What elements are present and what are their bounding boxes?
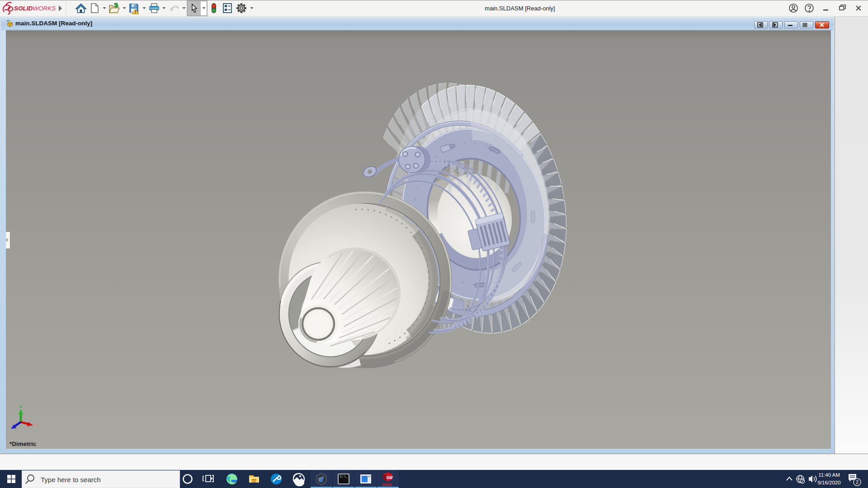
svg-text:SW: SW	[386, 475, 393, 480]
svg-text:2020: 2020	[382, 482, 392, 487]
svg-text:SOLIDWORKS: SOLIDWORKS	[14, 5, 56, 12]
svg-text:C:\_: C:\_	[340, 475, 348, 479]
svg-text:2: 2	[856, 479, 859, 485]
